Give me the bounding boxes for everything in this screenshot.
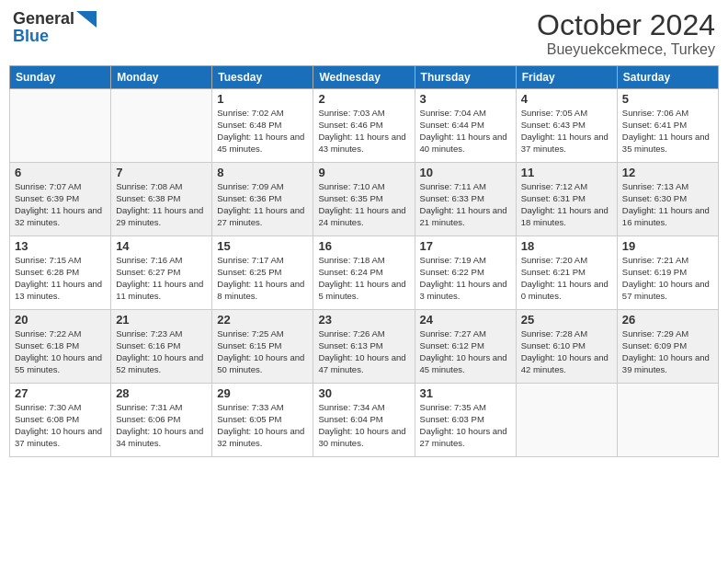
calendar-day-cell: 15Sunrise: 7:17 AM Sunset: 6:25 PM Dayli…: [212, 236, 313, 310]
day-number: 24: [420, 313, 511, 327]
header: General Blue October 2024 Bueyuekcekmece…: [9, 9, 719, 58]
calendar-day-cell: 23Sunrise: 7:26 AM Sunset: 6:13 PM Dayli…: [313, 310, 415, 384]
calendar-day-cell: 7Sunrise: 7:08 AM Sunset: 6:38 PM Daylig…: [111, 163, 212, 236]
calendar-day-cell: 25Sunrise: 7:28 AM Sunset: 6:10 PM Dayli…: [516, 310, 617, 384]
calendar-day-cell: 24Sunrise: 7:27 AM Sunset: 6:12 PM Dayli…: [415, 310, 516, 384]
weekday-header: Sunday: [10, 66, 111, 89]
day-info: Sunrise: 7:18 AM Sunset: 6:24 PM Dayligh…: [318, 255, 409, 302]
day-info: Sunrise: 7:19 AM Sunset: 6:22 PM Dayligh…: [420, 255, 511, 302]
day-info: Sunrise: 7:11 AM Sunset: 6:33 PM Dayligh…: [420, 181, 511, 228]
day-number: 27: [15, 386, 106, 400]
calendar-day-cell: 28Sunrise: 7:31 AM Sunset: 6:06 PM Dayli…: [111, 384, 212, 457]
day-number: 17: [420, 239, 511, 253]
logo-blue-text: Blue: [13, 27, 49, 45]
calendar-week-row: 20Sunrise: 7:22 AM Sunset: 6:18 PM Dayli…: [10, 310, 719, 384]
month-title: October 2024: [537, 9, 715, 41]
calendar-day-cell: [111, 89, 212, 163]
calendar-day-cell: 18Sunrise: 7:20 AM Sunset: 6:21 PM Dayli…: [516, 236, 617, 310]
day-number: 1: [217, 92, 308, 106]
day-number: 5: [622, 92, 713, 106]
weekday-header: Thursday: [415, 66, 516, 89]
day-info: Sunrise: 7:26 AM Sunset: 6:13 PM Dayligh…: [318, 328, 409, 375]
day-info: Sunrise: 7:21 AM Sunset: 6:19 PM Dayligh…: [622, 255, 713, 302]
calendar-week-row: 6Sunrise: 7:07 AM Sunset: 6:39 PM Daylig…: [10, 163, 719, 236]
day-number: 28: [116, 386, 207, 400]
logo: General Blue: [13, 9, 97, 45]
day-number: 31: [420, 386, 511, 400]
day-number: 10: [420, 166, 511, 179]
day-info: Sunrise: 7:05 AM Sunset: 6:43 PM Dayligh…: [521, 108, 612, 155]
calendar-day-cell: 3Sunrise: 7:04 AM Sunset: 6:44 PM Daylig…: [415, 89, 516, 163]
day-info: Sunrise: 7:07 AM Sunset: 6:39 PM Dayligh…: [15, 181, 106, 228]
day-number: 25: [521, 313, 612, 327]
svg-marker-0: [76, 11, 97, 28]
title-area: October 2024 Bueyuekcekmece, Turkey: [537, 9, 715, 58]
day-info: Sunrise: 7:06 AM Sunset: 6:41 PM Dayligh…: [622, 108, 713, 155]
weekday-header: Wednesday: [313, 66, 415, 89]
day-number: 8: [217, 166, 308, 179]
logo-triangle-icon: [76, 11, 97, 28]
day-info: Sunrise: 7:08 AM Sunset: 6:38 PM Dayligh…: [116, 181, 207, 228]
day-info: Sunrise: 7:02 AM Sunset: 6:48 PM Dayligh…: [217, 108, 308, 155]
weekday-header: Saturday: [617, 66, 718, 89]
day-number: 6: [15, 166, 106, 179]
day-number: 13: [15, 239, 106, 253]
calendar-day-cell: [10, 89, 111, 163]
day-info: Sunrise: 7:33 AM Sunset: 6:05 PM Dayligh…: [217, 402, 308, 449]
day-number: 3: [420, 92, 511, 106]
day-info: Sunrise: 7:09 AM Sunset: 6:36 PM Dayligh…: [217, 181, 308, 228]
day-number: 30: [318, 386, 409, 400]
day-number: 26: [622, 313, 713, 327]
day-number: 23: [318, 313, 409, 327]
calendar-day-cell: 11Sunrise: 7:12 AM Sunset: 6:31 PM Dayli…: [516, 163, 617, 236]
calendar-day-cell: 1Sunrise: 7:02 AM Sunset: 6:48 PM Daylig…: [212, 89, 313, 163]
calendar-day-cell: 14Sunrise: 7:16 AM Sunset: 6:27 PM Dayli…: [111, 236, 212, 310]
calendar-day-cell: 22Sunrise: 7:25 AM Sunset: 6:15 PM Dayli…: [212, 310, 313, 384]
day-number: 12: [622, 166, 713, 179]
location-title: Bueyuekcekmece, Turkey: [537, 41, 715, 58]
calendar-day-cell: 27Sunrise: 7:30 AM Sunset: 6:08 PM Dayli…: [10, 384, 111, 457]
day-info: Sunrise: 7:16 AM Sunset: 6:27 PM Dayligh…: [116, 255, 207, 302]
calendar-day-cell: 8Sunrise: 7:09 AM Sunset: 6:36 PM Daylig…: [212, 163, 313, 236]
day-info: Sunrise: 7:25 AM Sunset: 6:15 PM Dayligh…: [217, 328, 308, 375]
weekday-header: Tuesday: [212, 66, 313, 89]
calendar-day-cell: 29Sunrise: 7:33 AM Sunset: 6:05 PM Dayli…: [212, 384, 313, 457]
calendar-table: SundayMondayTuesdayWednesdayThursdayFrid…: [9, 65, 719, 457]
calendar-day-cell: 17Sunrise: 7:19 AM Sunset: 6:22 PM Dayli…: [415, 236, 516, 310]
day-info: Sunrise: 7:23 AM Sunset: 6:16 PM Dayligh…: [116, 328, 207, 375]
calendar-day-cell: 6Sunrise: 7:07 AM Sunset: 6:39 PM Daylig…: [10, 163, 111, 236]
calendar-day-cell: [516, 384, 617, 457]
day-number: 14: [116, 239, 207, 253]
calendar-day-cell: 26Sunrise: 7:29 AM Sunset: 6:09 PM Dayli…: [617, 310, 718, 384]
calendar-week-row: 27Sunrise: 7:30 AM Sunset: 6:08 PM Dayli…: [10, 384, 719, 457]
day-info: Sunrise: 7:12 AM Sunset: 6:31 PM Dayligh…: [521, 181, 612, 228]
day-info: Sunrise: 7:13 AM Sunset: 6:30 PM Dayligh…: [622, 181, 713, 228]
day-number: 15: [217, 239, 308, 253]
calendar-day-cell: 13Sunrise: 7:15 AM Sunset: 6:28 PM Dayli…: [10, 236, 111, 310]
day-number: 19: [622, 239, 713, 253]
day-number: 16: [318, 239, 409, 253]
day-info: Sunrise: 7:31 AM Sunset: 6:06 PM Dayligh…: [116, 402, 207, 449]
day-info: Sunrise: 7:29 AM Sunset: 6:09 PM Dayligh…: [622, 328, 713, 375]
day-info: Sunrise: 7:30 AM Sunset: 6:08 PM Dayligh…: [15, 402, 106, 449]
calendar-day-cell: 30Sunrise: 7:34 AM Sunset: 6:04 PM Dayli…: [313, 384, 415, 457]
day-number: 20: [15, 313, 106, 327]
weekday-header: Friday: [516, 66, 617, 89]
day-info: Sunrise: 7:28 AM Sunset: 6:10 PM Dayligh…: [521, 328, 612, 375]
day-info: Sunrise: 7:10 AM Sunset: 6:35 PM Dayligh…: [318, 181, 409, 228]
calendar-day-cell: 2Sunrise: 7:03 AM Sunset: 6:46 PM Daylig…: [313, 89, 415, 163]
day-number: 4: [521, 92, 612, 106]
day-info: Sunrise: 7:27 AM Sunset: 6:12 PM Dayligh…: [420, 328, 511, 375]
calendar-day-cell: 31Sunrise: 7:35 AM Sunset: 6:03 PM Dayli…: [415, 384, 516, 457]
day-number: 29: [217, 386, 308, 400]
day-number: 9: [318, 166, 409, 179]
day-number: 2: [318, 92, 409, 106]
calendar-day-cell: [617, 384, 718, 457]
day-number: 11: [521, 166, 612, 179]
calendar-day-cell: 19Sunrise: 7:21 AM Sunset: 6:19 PM Dayli…: [617, 236, 718, 310]
weekday-header: Monday: [111, 66, 212, 89]
calendar-day-cell: 20Sunrise: 7:22 AM Sunset: 6:18 PM Dayli…: [10, 310, 111, 384]
day-number: 7: [116, 166, 207, 179]
calendar-day-cell: 10Sunrise: 7:11 AM Sunset: 6:33 PM Dayli…: [415, 163, 516, 236]
calendar-header-row: SundayMondayTuesdayWednesdayThursdayFrid…: [10, 66, 719, 89]
